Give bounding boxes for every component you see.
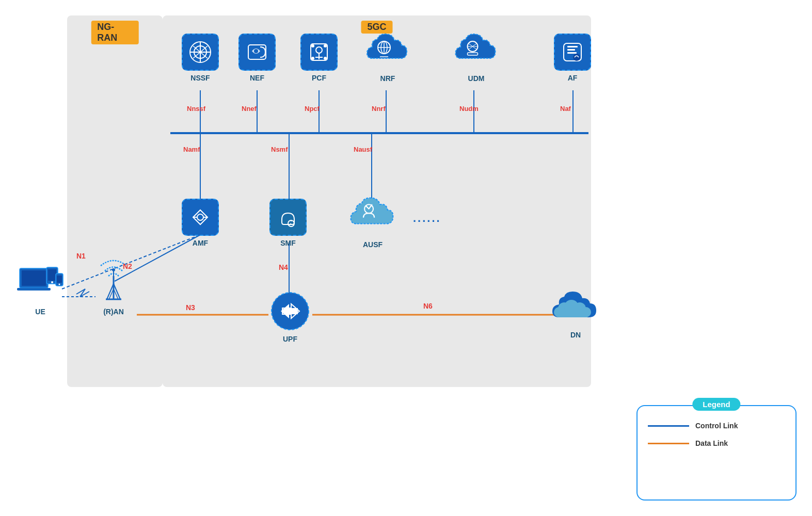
svg-rect-48	[567, 52, 577, 54]
n1-label: N1	[76, 252, 86, 260]
svg-point-71	[51, 281, 53, 283]
ellipsis: ......	[413, 212, 441, 225]
amf-icon	[182, 199, 219, 236]
svg-point-32	[324, 44, 327, 47]
upf-icon	[269, 291, 311, 332]
pcf-label: PCF	[312, 74, 326, 82]
ue-label: UE	[35, 308, 45, 316]
svg-rect-67	[22, 270, 46, 286]
pcf-node: PCF	[300, 34, 338, 82]
af-icon	[554, 34, 591, 71]
nssf-label: NSSF	[190, 74, 210, 82]
amf-node: AMF	[182, 199, 219, 247]
ran-icon	[90, 248, 137, 304]
nef-icon	[238, 34, 276, 71]
naf-label: Naf	[560, 105, 571, 112]
ran-node: (R)AN	[90, 248, 137, 316]
nrf-label: NRF	[380, 74, 395, 83]
nrf-node: NRF	[364, 30, 411, 83]
nudm-label: Nudm	[459, 105, 479, 112]
svg-rect-47	[567, 49, 575, 51]
nrf-icon	[364, 30, 411, 71]
main-diagram: NG-RAN 5GC	[0, 0, 812, 516]
dn-icon	[550, 289, 601, 328]
ng-ran-label: NG-RAN	[91, 21, 139, 44]
legend-control-item: Control Link	[648, 422, 785, 430]
svg-rect-73	[57, 276, 62, 283]
svg-rect-46	[567, 46, 578, 47]
svg-point-33	[311, 57, 314, 60]
npcf-label: Npcf	[305, 105, 320, 112]
smf-node: SMF	[269, 199, 307, 247]
control-link-label: Control Link	[695, 422, 738, 430]
n4-label: N4	[279, 263, 288, 271]
pcf-icon	[300, 34, 338, 71]
namf-label: Namf	[183, 146, 200, 153]
data-link-label: Data Link	[695, 439, 728, 447]
nssf-icon	[182, 34, 219, 71]
nnef-label: Nnef	[242, 105, 257, 112]
svg-rect-80	[558, 312, 587, 317]
legend-box: Legend Control Link Data Link	[636, 405, 797, 501]
svg-point-31	[311, 44, 314, 47]
nef-node: NEF	[238, 34, 276, 82]
legend-title: Legend	[692, 398, 740, 411]
n3-label: N3	[186, 303, 195, 312]
svg-point-74	[59, 284, 60, 285]
ausf-label: AUSF	[363, 240, 383, 249]
nnrf-label: Nnrf	[372, 105, 386, 112]
svg-point-26	[254, 49, 258, 53]
amf-label: AMF	[193, 239, 208, 247]
nnssf-label: Nnssf	[187, 105, 205, 112]
ng-ran-region: NG-RAN	[67, 15, 163, 387]
af-node: AF	[554, 34, 591, 82]
svg-rect-70	[48, 269, 56, 281]
n2-label: N2	[123, 262, 132, 270]
nausf-label: Nausf	[354, 146, 372, 153]
ausf-icon	[347, 194, 399, 237]
svg-point-49	[573, 54, 580, 61]
nsmf-label: Nsmf	[271, 146, 288, 153]
svg-point-28	[316, 47, 322, 53]
udm-icon	[452, 30, 501, 71]
svg-point-65	[112, 268, 115, 271]
upf-node: UPF	[269, 291, 311, 343]
control-link-line	[648, 425, 689, 427]
legend-data-item: Data Link	[648, 439, 785, 447]
nef-label: NEF	[250, 74, 264, 82]
smf-icon	[269, 199, 307, 236]
ue-icon	[14, 263, 66, 304]
svg-point-50	[197, 214, 203, 220]
ausf-node: AUSF	[347, 194, 399, 249]
udm-node: UDM	[452, 30, 501, 83]
ran-label: (R)AN	[103, 308, 124, 316]
udm-label: UDM	[468, 74, 485, 83]
svg-rect-68	[17, 288, 51, 291]
smf-label: SMF	[280, 239, 296, 247]
upf-label: UPF	[283, 335, 297, 343]
svg-point-34	[324, 57, 327, 60]
dn-label: DN	[570, 331, 581, 339]
nssf-node: NSSF	[182, 34, 219, 82]
dn-node: DN	[550, 289, 601, 339]
data-link-line	[648, 443, 689, 444]
af-label: AF	[568, 74, 578, 82]
n6-label: N6	[423, 302, 433, 310]
ue-node: UE	[14, 263, 66, 316]
